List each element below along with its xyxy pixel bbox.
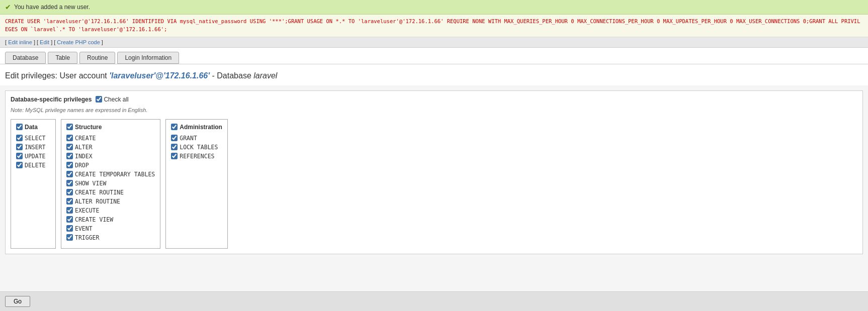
- tab-database[interactable]: Database: [5, 52, 46, 64]
- check-all-checkbox[interactable]: [96, 96, 102, 102]
- priv-item-create-temporary-tables: CREATE TEMPORARY TABLES: [66, 171, 155, 178]
- check-all-text: Check all: [104, 96, 128, 103]
- priv-group-administration-title: Administration: [171, 124, 222, 131]
- priv-item-grant: GRANT: [171, 135, 222, 142]
- priv-item-show-view: SHOW VIEW: [66, 180, 155, 187]
- checkbox-select[interactable]: [16, 135, 23, 141]
- edit-link[interactable]: Edit: [40, 39, 49, 45]
- label-create: CREATE: [75, 135, 96, 142]
- priv-item-delete: DELETE: [16, 162, 50, 169]
- data-group-checkbox[interactable]: [16, 124, 23, 130]
- structure-group-label: Structure: [75, 124, 102, 131]
- tab-table[interactable]: Table: [48, 52, 77, 64]
- checkbox-execute[interactable]: [66, 207, 73, 214]
- page-title-db: laravel: [253, 71, 277, 80]
- label-update: UPDATE: [25, 153, 46, 160]
- page-title-middle: - Database: [210, 71, 253, 80]
- priv-item-trigger: TRIGGER: [66, 234, 155, 241]
- checkbox-show-view[interactable]: [66, 180, 73, 186]
- page-title-prefix: Edit privileges: User account: [5, 71, 109, 80]
- checkbox-index[interactable]: [66, 153, 73, 159]
- priv-item-references: REFERENCES: [171, 153, 222, 160]
- checkbox-create-temporary-tables[interactable]: [66, 171, 73, 177]
- check-all-label[interactable]: Check all: [96, 96, 128, 103]
- tabs-bar: Database Table Routine Login Information: [0, 48, 868, 64]
- checkbox-create-routine[interactable]: [66, 189, 73, 195]
- administration-group-label: Administration: [180, 124, 222, 131]
- checkbox-grant[interactable]: [171, 135, 178, 141]
- checkbox-create[interactable]: [66, 135, 73, 141]
- checkbox-alter-routine[interactable]: [66, 198, 73, 204]
- label-execute: EXECUTE: [75, 207, 99, 214]
- priv-item-create-view: CREATE VIEW: [66, 216, 155, 223]
- checkbox-trigger[interactable]: [66, 234, 73, 241]
- priv-item-create: CREATE: [66, 135, 155, 142]
- label-create-routine: CREATE ROUTINE: [75, 189, 124, 196]
- checkbox-event[interactable]: [66, 225, 73, 232]
- checkbox-drop[interactable]: [66, 162, 73, 168]
- priv-item-event: EVENT: [66, 225, 155, 232]
- page-title-user: 'laraveluser'@'172.16.1.66': [109, 71, 210, 80]
- checkbox-delete[interactable]: [16, 162, 23, 168]
- label-create-temporary-tables: CREATE TEMPORARY TABLES: [75, 171, 155, 178]
- priv-item-alter: ALTER: [66, 144, 155, 151]
- privileges-section: Database-specific privileges Check all N…: [5, 90, 863, 254]
- checkbox-create-view[interactable]: [66, 216, 73, 223]
- priv-item-update: UPDATE: [16, 153, 50, 160]
- checkbox-update[interactable]: [16, 153, 23, 159]
- administration-group-checkbox[interactable]: [171, 124, 178, 130]
- checkbox-insert[interactable]: [16, 144, 23, 150]
- checkbox-alter[interactable]: [66, 144, 73, 150]
- label-lock-tables: LOCK TABLES: [180, 144, 218, 151]
- check-icon: ✔: [5, 3, 11, 11]
- checkbox-references[interactable]: [171, 153, 178, 159]
- checkbox-lock-tables[interactable]: [171, 144, 178, 150]
- edit-links: [ Edit inline ] [ Edit ] [ Create PHP co…: [0, 37, 868, 48]
- page-title: Edit privileges: User account 'laravelus…: [0, 64, 868, 85]
- sql-text: CREATE USER 'laraveluser'@'172.16.1.66' …: [5, 18, 860, 32]
- edit-inline-link[interactable]: Edit inline: [8, 39, 32, 45]
- priv-group-data: Data SELECT INSERT UPDATE DELETE: [11, 119, 56, 249]
- priv-item-index: INDEX: [66, 153, 155, 160]
- structure-group-checkbox[interactable]: [66, 124, 73, 130]
- section-header: Database-specific privileges Check all: [11, 96, 857, 103]
- label-insert: INSERT: [25, 144, 46, 151]
- success-banner: ✔ You have added a new user.: [0, 0, 868, 15]
- create-php-link[interactable]: Create PHP code: [57, 39, 100, 45]
- section-label: Database-specific privileges: [11, 96, 92, 103]
- privilege-groups: Data SELECT INSERT UPDATE DELETE: [11, 119, 857, 249]
- priv-group-administration: Administration GRANT LOCK TABLES REFEREN…: [165, 119, 228, 249]
- label-delete: DELETE: [25, 162, 46, 169]
- label-references: REFERENCES: [180, 153, 214, 160]
- label-drop: DROP: [75, 162, 89, 169]
- priv-item-lock-tables: LOCK TABLES: [171, 144, 222, 151]
- priv-item-drop: DROP: [66, 162, 155, 169]
- mysql-note: Note: MySQL privilege names are expresse…: [11, 107, 857, 113]
- label-select: SELECT: [25, 135, 46, 142]
- label-event: EVENT: [75, 225, 93, 232]
- tab-login-information[interactable]: Login Information: [117, 52, 179, 64]
- label-show-view: SHOW VIEW: [75, 180, 106, 187]
- tab-routine[interactable]: Routine: [79, 52, 115, 64]
- priv-item-execute: EXECUTE: [66, 207, 155, 214]
- priv-item-create-routine: CREATE ROUTINE: [66, 189, 155, 196]
- label-alter-routine: ALTER ROUTINE: [75, 198, 120, 205]
- priv-group-structure-title: Structure: [66, 124, 155, 131]
- priv-group-structure: Structure CREATE ALTER INDEX DROP: [61, 119, 160, 249]
- priv-group-data-title: Data: [16, 124, 50, 131]
- priv-item-alter-routine: ALTER ROUTINE: [66, 198, 155, 205]
- priv-item-insert: INSERT: [16, 144, 50, 151]
- label-create-view: CREATE VIEW: [75, 216, 113, 223]
- label-grant: GRANT: [180, 135, 197, 142]
- label-trigger: TRIGGER: [75, 234, 99, 241]
- label-alter: ALTER: [75, 144, 93, 151]
- priv-item-select: SELECT: [16, 135, 50, 142]
- banner-message: You have added a new user.: [14, 4, 90, 11]
- sql-block: CREATE USER 'laraveluser'@'172.16.1.66' …: [0, 15, 868, 37]
- label-index: INDEX: [75, 153, 93, 160]
- data-group-label: Data: [25, 124, 38, 131]
